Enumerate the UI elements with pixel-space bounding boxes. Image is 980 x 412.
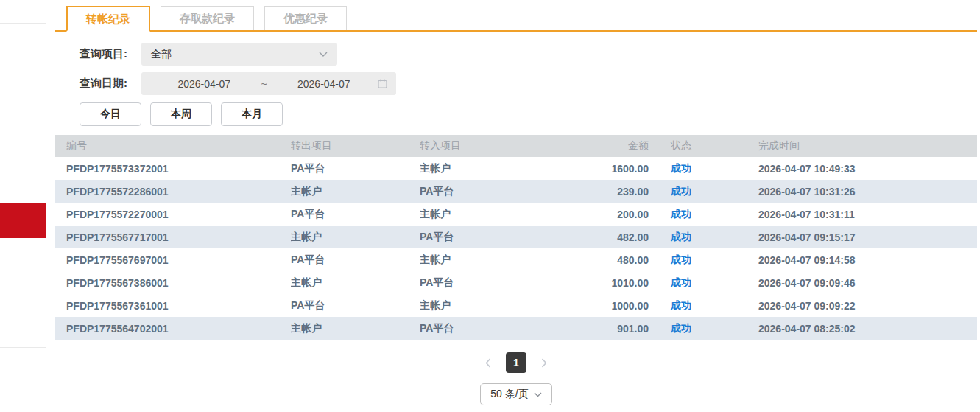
- cell-finish-time: 2026-04-07 09:15:17: [747, 231, 977, 243]
- cell-from-account: PA平台: [291, 208, 420, 221]
- table-row: PFDP1775567361001 PA平台 主帐户 1000.00 成功 20…: [55, 294, 977, 317]
- cell-status: 成功: [659, 162, 747, 175]
- cell-amount: 1010.00: [560, 277, 659, 289]
- pagination: 1: [55, 352, 977, 373]
- tab-promo-records[interactable]: 优惠纪录: [264, 6, 347, 30]
- cell-finish-time: 2026-04-07 09:09:22: [747, 300, 977, 312]
- page-size-value: 50 条/页: [490, 388, 528, 401]
- table-row: PFDP1775567717001 主帐户 PA平台 482.00 成功 202…: [55, 226, 977, 248]
- current-page-button[interactable]: 1: [506, 352, 526, 373]
- cell-to-account: 主帐户: [420, 162, 560, 175]
- calendar-icon: [378, 79, 387, 88]
- header-status: 状态: [659, 139, 747, 153]
- query-date-range-picker[interactable]: 2026-04-07 ~ 2026-04-07: [141, 72, 396, 95]
- cell-id: PFDP1775573372001: [55, 163, 291, 175]
- page: 转帐纪录 存取款纪录 优惠纪录 查询项目: 全部 查询日期: 2026-04-0…: [0, 0, 980, 412]
- this-month-button[interactable]: 本月: [221, 102, 283, 126]
- query-project-label: 查询项目:: [80, 47, 141, 61]
- cell-from-account: PA平台: [291, 162, 420, 175]
- cell-from-account: 主帐户: [291, 185, 420, 198]
- records-panel: 转帐纪录 存取款纪录 优惠纪录 查询项目: 全部 查询日期: 2026-04-0…: [55, 0, 977, 405]
- tab-transfer-records[interactable]: 转帐纪录: [66, 6, 150, 32]
- next-page-button[interactable]: [538, 352, 550, 373]
- divider: [0, 23, 46, 24]
- cell-amount: 480.00: [560, 254, 659, 266]
- cell-status: 成功: [659, 276, 747, 290]
- cell-id: PFDP1775567697001: [55, 254, 291, 266]
- cell-amount: 901.00: [560, 323, 659, 335]
- left-sidebar-strip: [0, 0, 46, 412]
- cell-to-account: PA平台: [420, 231, 560, 244]
- cell-to-account: PA平台: [420, 322, 560, 335]
- divider: [0, 347, 46, 348]
- cell-amount: 239.00: [560, 186, 659, 198]
- cell-amount: 1000.00: [560, 300, 659, 312]
- cell-id: PFDP1775567361001: [55, 300, 291, 312]
- table-row: PFDP1775572286001 主帐户 PA平台 239.00 成功 202…: [55, 180, 977, 203]
- table-row: PFDP1775564702001 主帐户 PA平台 901.00 成功 202…: [55, 317, 977, 340]
- header-id: 编号: [55, 139, 291, 153]
- table-row: PFDP1775572270001 PA平台 主帐户 200.00 成功 202…: [55, 203, 977, 226]
- cell-status: 成功: [659, 254, 747, 267]
- chevron-down-icon: [534, 392, 542, 397]
- cell-id: PFDP1775567717001: [55, 231, 291, 243]
- cell-finish-time: 2026-04-07 10:49:33: [747, 163, 977, 175]
- cell-status: 成功: [659, 322, 747, 335]
- cell-finish-time: 2026-04-07 09:09:46: [747, 277, 977, 289]
- cell-amount: 200.00: [560, 209, 659, 220]
- cell-id: PFDP1775564702001: [55, 323, 291, 335]
- filter-area: 查询项目: 全部 查询日期: 2026-04-07 ~ 2026-04-07: [55, 43, 977, 126]
- cell-id: PFDP1775572270001: [55, 209, 291, 220]
- cell-from-account: 主帐户: [291, 231, 420, 244]
- date-end-value: 2026-04-07: [270, 78, 378, 90]
- query-project-select[interactable]: 全部: [141, 43, 337, 66]
- query-project-value: 全部: [151, 48, 172, 61]
- query-date-label: 查询日期:: [80, 77, 141, 91]
- cell-to-account: PA平台: [420, 185, 560, 198]
- cell-from-account: PA平台: [291, 254, 420, 267]
- cell-id: PFDP1775572286001: [55, 186, 291, 198]
- page-size-select[interactable]: 50 条/页: [480, 383, 552, 405]
- cell-amount: 482.00: [560, 231, 659, 243]
- cell-status: 成功: [659, 185, 747, 198]
- cell-to-account: PA平台: [420, 276, 560, 290]
- transfer-records-table: 编号 转出项目 转入项目 金额 状态 完成时间 PFDP177557337200…: [55, 135, 977, 340]
- date-start-value: 2026-04-07: [150, 78, 258, 90]
- chevron-right-icon: [541, 358, 547, 368]
- record-tabs: 转帐纪录 存取款纪录 优惠纪录: [55, 0, 977, 32]
- today-button[interactable]: 今日: [80, 102, 141, 126]
- cell-from-account: PA平台: [291, 299, 420, 313]
- prev-page-button[interactable]: [482, 352, 494, 373]
- date-separator: ~: [258, 78, 269, 90]
- cell-from-account: 主帐户: [291, 276, 420, 290]
- chevron-left-icon: [485, 358, 491, 368]
- red-banner-block: [0, 203, 46, 238]
- table-row: PFDP1775567386001 主帐户 PA平台 1010.00 成功 20…: [55, 271, 977, 294]
- quick-date-buttons: 今日 本周 本月: [80, 102, 977, 126]
- cell-amount: 1600.00: [560, 163, 659, 175]
- header-to-account: 转入项目: [420, 139, 560, 153]
- cell-to-account: 主帐户: [420, 208, 560, 221]
- table-row: PFDP1775573372001 PA平台 主帐户 1600.00 成功 20…: [55, 157, 977, 180]
- table-header-row: 编号 转出项目 转入项目 金额 状态 完成时间: [55, 135, 977, 157]
- cell-status: 成功: [659, 299, 747, 313]
- cell-to-account: 主帐户: [420, 299, 560, 313]
- header-amount: 金额: [560, 139, 659, 153]
- header-finish-time: 完成时间: [747, 139, 977, 153]
- tab-deposit-withdrawal-records[interactable]: 存取款纪录: [161, 6, 254, 30]
- table-row: PFDP1775567697001 PA平台 主帐户 480.00 成功 202…: [55, 248, 977, 271]
- this-week-button[interactable]: 本周: [150, 102, 212, 126]
- cell-finish-time: 2026-04-07 10:31:26: [747, 186, 977, 198]
- cell-finish-time: 2026-04-07 10:31:11: [747, 209, 977, 220]
- cell-id: PFDP1775567386001: [55, 277, 291, 289]
- cell-status: 成功: [659, 208, 747, 221]
- cell-to-account: 主帐户: [420, 254, 560, 267]
- header-from-account: 转出项目: [291, 139, 420, 153]
- cell-status: 成功: [659, 231, 747, 244]
- chevron-down-icon: [319, 52, 328, 57]
- table-body: PFDP1775573372001 PA平台 主帐户 1600.00 成功 20…: [55, 157, 977, 340]
- cell-from-account: 主帐户: [291, 322, 420, 335]
- cell-finish-time: 2026-04-07 08:25:02: [747, 323, 977, 335]
- query-date-row: 查询日期: 2026-04-07 ~ 2026-04-07: [80, 72, 977, 95]
- cell-finish-time: 2026-04-07 09:14:58: [747, 254, 977, 266]
